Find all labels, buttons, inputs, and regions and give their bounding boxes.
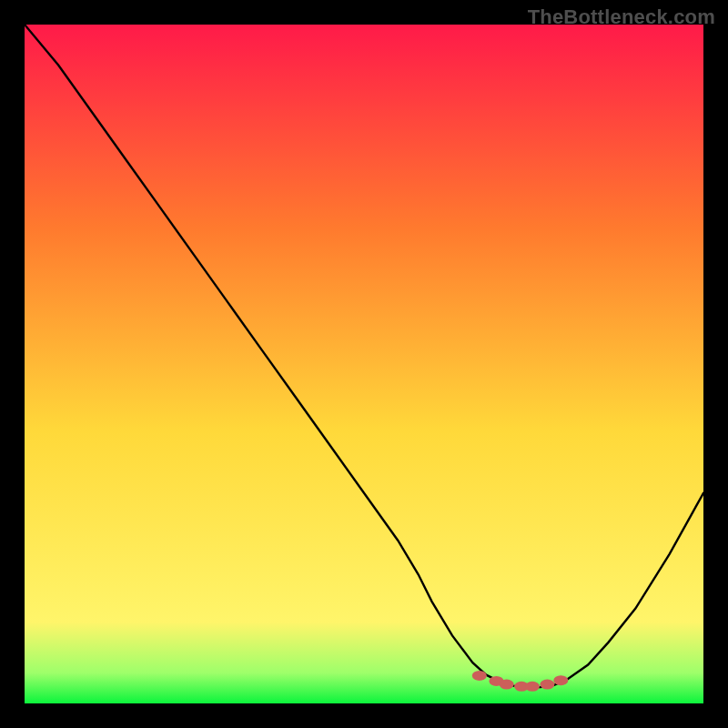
- sweet-spot-dot: [553, 675, 568, 685]
- plot-area: [25, 25, 703, 703]
- gradient-background: [25, 25, 703, 703]
- sweet-spot-dot: [525, 682, 540, 692]
- watermark-text: TheBottleneck.com: [528, 5, 715, 29]
- sweet-spot-dot: [472, 671, 487, 681]
- plot-svg: [25, 25, 703, 703]
- chart-container: TheBottleneck.com: [0, 0, 728, 728]
- sweet-spot-dot: [500, 680, 514, 690]
- sweet-spot-dot: [540, 680, 554, 690]
